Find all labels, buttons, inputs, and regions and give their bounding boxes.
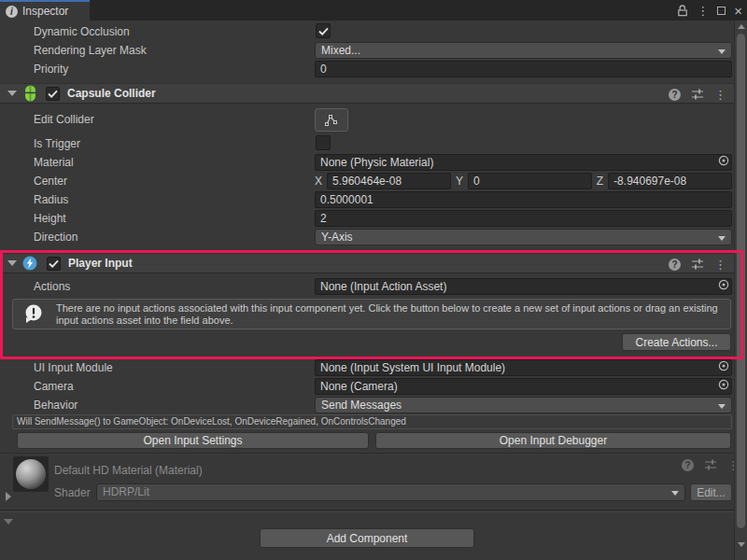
divider [0,511,734,512]
inspector-window: i Inspector ⋮ × Dynamic Occlusion Render… [0,0,747,560]
physic-material-row: Material None (Physic Material) [0,153,734,172]
check-icon [48,90,58,98]
center-row: Center X 5.960464e-08 Y 0 Z -8.940697e-0… [0,172,734,190]
height-input[interactable]: 2 [315,210,732,227]
add-component-button[interactable]: Add Component [260,528,474,548]
capsule-enabled-checkbox[interactable] [46,87,60,101]
window-menu-icon[interactable]: ⋮ [697,5,709,17]
check-icon [49,259,59,268]
is-trigger-label: Is Trigger [34,134,80,153]
object-picker-icon[interactable] [718,379,729,390]
shader-dropdown[interactable]: HDRP/Lit [96,483,685,501]
center-z-label: Z [597,175,603,188]
preview-pane-arrow-icon[interactable] [4,519,13,525]
ui-input-module-label: UI Input Module [34,358,113,377]
priority-input[interactable]: 0 [315,61,732,77]
warning-text: There are no input actions associated wi… [56,302,723,327]
capsule-collider-title: Capsule Collider [67,87,156,100]
close-icon[interactable]: × [734,5,742,17]
player-input-icon [22,256,37,271]
tab-inspector[interactable]: i Inspector [0,0,90,21]
priority-row: Priority 0 [0,60,734,78]
physic-material-label: Material [34,153,74,172]
material-header-icons: ? ⋮ [682,457,740,472]
radius-row: Radius 0.5000001 [0,190,734,209]
material-preview-foldout-icon[interactable] [6,492,11,501]
is-trigger-row: Is Trigger [0,134,734,153]
edit-collider-button[interactable] [315,108,348,132]
ui-input-module-field[interactable]: None (Input System UI Input Module) [315,359,732,376]
physic-material-field[interactable]: None (Physic Material) [315,154,732,171]
warning-icon [24,304,43,324]
player-input-title: Player Input [68,257,133,270]
rendering-layer-mask-dropdown[interactable]: Mixed... [315,42,732,59]
height-row: Height 2 [0,209,734,228]
presets-icon[interactable] [691,88,704,101]
help-icon[interactable]: ? [682,459,694,471]
camera-field[interactable]: None (Camera) [315,378,732,395]
check-icon [318,27,329,35]
no-actions-warning-box: There are no input actions associated wi… [12,299,731,329]
presets-icon[interactable] [704,458,717,471]
actions-field[interactable]: None (Input Action Asset) [315,278,732,295]
capsule-collider-header[interactable]: Capsule Collider ? ⋮ [0,83,734,104]
camera-row: Camera None (Camera) [0,377,734,396]
divider [0,453,734,454]
scroll-down-icon[interactable] [738,542,745,547]
presets-icon[interactable] [691,258,704,271]
inspector-info-icon: i [6,6,18,18]
capsule-foldout-icon[interactable] [7,91,17,96]
center-x-input[interactable]: 5.960464e-08 [327,173,451,189]
component-menu-icon[interactable]: ⋮ [714,259,726,271]
center-y-input[interactable]: 0 [468,173,592,189]
unlock-icon[interactable] [677,4,688,17]
object-picker-icon[interactable] [718,360,729,371]
height-label: Height [34,209,66,228]
shader-edit-button[interactable]: Edit... [690,483,732,501]
component-menu-icon[interactable]: ⋮ [714,89,726,101]
edit-collider-label: Edit Collider [34,106,94,133]
edit-collider-row: Edit Collider [0,106,734,133]
is-trigger-checkbox[interactable] [316,135,331,150]
material-sphere-icon [16,459,46,489]
help-icon[interactable]: ? [669,259,681,271]
capsule-collider-icon [24,85,36,102]
maximize-icon[interactable] [717,7,726,15]
object-picker-icon[interactable] [718,155,729,166]
help-icon[interactable]: ? [669,89,681,101]
divider [0,510,734,511]
radius-input[interactable]: 0.5000001 [315,191,732,208]
direction-row: Direction Y-Axis [0,228,734,246]
ui-input-module-row: UI Input Module None (Input System UI In… [0,358,734,377]
open-input-settings-button[interactable]: Open Input Settings [17,432,369,449]
center-y-label: Y [456,175,463,188]
shader-label: Shader [54,486,91,499]
material-preview-thumbnail[interactable] [13,456,49,492]
scrollbar[interactable] [734,21,747,560]
dynamic-occlusion-row: Dynamic Occlusion [0,22,734,41]
tab-bar: i Inspector ⋮ × [0,0,747,21]
tab-title: Inspector [22,5,68,18]
send-message-help-box: Will SendMessage() to GameObject: OnDevi… [12,414,732,429]
direction-label: Direction [34,228,78,246]
center-x-label: X [315,175,322,188]
rendering-layer-mask-row: Rendering Layer Mask Mixed... [0,41,734,60]
direction-dropdown[interactable]: Y-Axis [315,229,732,245]
behavior-dropdown[interactable]: Send Messages [315,397,732,413]
object-picker-icon[interactable] [718,279,729,290]
player-input-foldout-icon[interactable] [7,260,17,266]
edit-collider-icon [324,114,339,127]
center-z-input[interactable]: -8.940697e-08 [608,173,732,189]
rendering-layer-mask-label: Rendering Layer Mask [34,41,147,60]
priority-label: Priority [34,60,68,78]
dynamic-occlusion-checkbox[interactable] [316,23,331,38]
open-input-debugger-button[interactable]: Open Input Debugger [375,432,731,449]
scroll-up-icon[interactable] [738,24,745,29]
behavior-row: Behavior Send Messages [0,396,734,414]
dynamic-occlusion-label: Dynamic Occlusion [34,22,130,41]
scrollbar-thumb[interactable] [737,34,745,528]
player-input-enabled-checkbox[interactable] [47,257,61,271]
material-title: Default HD Material (Material) [54,464,203,477]
create-actions-button[interactable]: Create Actions... [622,333,731,351]
player-input-header[interactable]: Player Input ? ⋮ [0,253,734,273]
